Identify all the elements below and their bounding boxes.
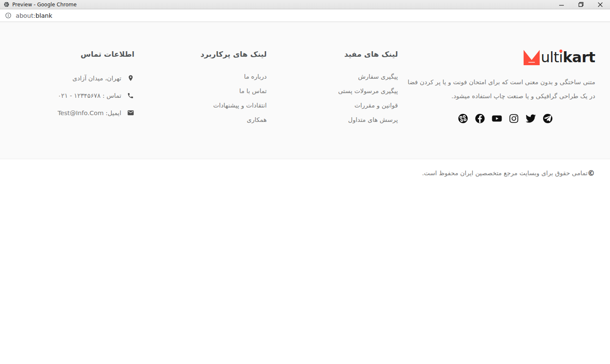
window-titlebar: Preview - Google Chrome [0,0,610,9]
link-contact-us[interactable]: تماس با ما [134,84,266,98]
address-bar: about:blank [0,9,610,22]
useful-links-title: لینک های مفید [267,49,398,59]
logo-text: ultikart [541,49,595,65]
restore-button[interactable] [571,0,591,9]
footer-description: متنی ساختگی و بدون معنی است که برای امتح… [398,75,595,103]
minimize-button[interactable] [552,0,571,9]
footer-useful-links-column: لینک های مفید پیگیری سفارش پیگیری مرسولا… [267,49,398,127]
close-button[interactable] [591,0,610,9]
location-pin-icon [127,74,134,82]
url-field[interactable]: about:blank [16,12,52,19]
info-icon[interactable] [5,12,11,19]
logo-m-mark [524,50,540,65]
instagram-icon[interactable] [509,113,519,124]
copyright-icon: © [588,169,595,177]
window-title: Preview - Google Chrome [12,2,552,8]
link-order-tracking[interactable]: پیگیری سفارش [267,69,398,84]
link-postal-tracking[interactable]: پیگیری مرسولات پستی [267,84,398,98]
envelope-icon [127,109,134,117]
subfooter: ©تمامی حقوق برای وبسایت مرجع متخصصین ایر… [0,159,610,185]
url-main: blank [36,12,53,19]
contact-phone-item: تماس : ۱۲۳۴۵۶۷۸ - ۰۲۱ [15,87,134,104]
footer-about-column: ultikart متنی ساختگی و بدون معنی است که … [398,49,595,127]
youtube-icon[interactable] [492,113,502,124]
contact-email-text: ایمیل: Test@Info.Com [58,109,121,116]
aparat-icon[interactable] [458,113,468,124]
copyright-text: تمامی حقوق برای وبسایت مرجع متخصصین ایرا… [422,169,588,176]
contact-email-item: ایمیل: Test@Info.Com [15,104,134,121]
facebook-icon[interactable] [475,113,485,124]
common-links-title: لینک های پرکاربرد [134,49,266,59]
link-feedback[interactable]: انتقادات و پیشنهادات [134,98,266,113]
phone-icon [127,92,134,99]
link-about-us[interactable]: درباره ما [134,69,266,84]
contact-title: اطلاعات تماس [15,49,134,59]
telegram-icon[interactable] [543,113,553,124]
social-icons-row [398,113,595,124]
footer-contact-column: اطلاعات تماس تهران، میدان آزادی تماس : ۱… [15,49,134,127]
globe-icon [4,2,9,7]
link-faq[interactable]: پرسش های متداول [267,113,398,127]
link-terms[interactable]: قوانین و مقررات [267,98,398,113]
footer-section: ultikart متنی ساختگی و بدون معنی است که … [0,22,610,159]
contact-phone-text: تماس : ۱۲۳۴۵۶۷۸ - ۰۲۱ [58,92,121,99]
multikart-logo[interactable]: ultikart [398,49,595,66]
contact-address-item: تهران، میدان آزادی [15,69,134,87]
twitter-icon[interactable] [526,113,536,124]
logo-i-dot [559,50,562,52]
contact-address-text: تهران، میدان آزادی [72,74,121,82]
url-prefix: about: [16,12,36,19]
footer-common-links-column: لینک های پرکاربرد درباره ما تماس با ما ا… [134,49,266,127]
link-cooperation[interactable]: همکاری [134,113,266,127]
